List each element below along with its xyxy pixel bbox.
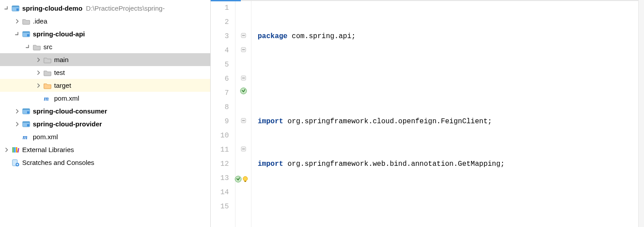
line-number[interactable]: 5 <box>211 58 229 72</box>
tree-item[interactable]: spring-cloud-api <box>0 27 210 40</box>
tree-item[interactable]: mpom.xml <box>0 92 210 105</box>
tree-item[interactable]: mpom.xml <box>0 130 210 143</box>
gutter-icon-cell <box>236 86 251 100</box>
module-icon <box>22 30 30 38</box>
chevron-right-icon[interactable] <box>35 70 42 76</box>
code-line[interactable]: import org.springframework.web.bind.anno… <box>258 157 644 171</box>
svg-point-32 <box>243 176 247 181</box>
folder-icon <box>43 56 51 64</box>
fold-toggle-icon[interactable] <box>241 43 246 58</box>
tree-item-label: .idea <box>33 15 47 27</box>
gutter-icon-cell <box>236 72 251 86</box>
tree-item[interactable]: test <box>0 66 210 79</box>
code-line[interactable]: import org.springframework.cloud.openfei… <box>258 114 644 129</box>
no-expand-icon <box>35 95 42 102</box>
gutter-icon-cell <box>236 43 251 58</box>
code-text[interactable]: package com.spring.api; import org.sprin… <box>251 1 644 227</box>
chevron-right-icon[interactable] <box>35 57 42 63</box>
import-path: org.springframework.cloud.openfeign.Feig… <box>287 117 492 125</box>
svg-rect-12 <box>27 124 29 126</box>
gutter-icon-strip[interactable] <box>236 1 251 227</box>
tree-item-label: pom.xml <box>33 130 58 143</box>
code-editor: 123456789101112131415 package com.spring… <box>211 0 644 227</box>
fold-toggle-icon[interactable] <box>241 72 246 86</box>
maven-icon: m <box>43 94 51 102</box>
tree-item[interactable]: External Libraries <box>0 143 210 156</box>
tree-item-label: test <box>54 66 65 79</box>
tree-item[interactable]: spring-cloud-demoD:\PracticeProjects\spr… <box>0 2 210 15</box>
tree-item[interactable]: target <box>0 79 210 92</box>
line-number[interactable]: 2 <box>211 15 229 29</box>
line-number[interactable]: 8 <box>211 100 229 114</box>
line-number[interactable]: 15 <box>211 200 229 214</box>
chevron-right-icon[interactable] <box>35 82 42 89</box>
svg-rect-8 <box>23 109 30 110</box>
svg-rect-5 <box>27 34 29 36</box>
gutter-icon-cell <box>236 114 251 129</box>
tree-item[interactable]: main <box>0 53 210 66</box>
chevron-down-icon[interactable] <box>14 31 20 37</box>
gutter-icon-cell <box>236 29 251 43</box>
line-number[interactable]: 3 <box>211 29 229 43</box>
editor-scrollbar[interactable] <box>638 0 644 227</box>
gutter-icon-cell <box>236 15 251 29</box>
chevron-down-icon[interactable] <box>4 5 10 12</box>
chevron-right-icon[interactable] <box>14 18 20 24</box>
fold-toggle-icon[interactable] <box>241 29 246 43</box>
gutter-icon-cell <box>236 200 251 214</box>
line-number[interactable]: 1 <box>211 1 229 15</box>
module-icon <box>22 107 30 115</box>
line-number[interactable]: 14 <box>211 185 229 200</box>
line-number[interactable]: 11 <box>211 143 229 157</box>
tree-item[interactable]: spring-cloud-consumer <box>0 105 210 117</box>
line-number[interactable]: 4 <box>211 43 229 58</box>
maven-icon: m <box>22 133 30 141</box>
line-number[interactable]: 7 <box>211 86 229 100</box>
implemented-icon[interactable] <box>240 86 247 100</box>
gutter-icon-cell <box>236 157 251 171</box>
keyword: import <box>258 160 287 168</box>
svg-rect-17 <box>17 148 19 152</box>
gutter-icon-cell <box>236 1 251 15</box>
tree-item-label: main <box>54 53 69 66</box>
import-path: org.springframework.web.bind.annotation.… <box>287 160 505 168</box>
line-number-gutter[interactable]: 123456789101112131415 <box>211 1 236 227</box>
svg-text:m: m <box>44 95 49 102</box>
svg-rect-1 <box>12 6 19 7</box>
chevron-right-icon[interactable] <box>4 147 10 153</box>
tree-item[interactable]: spring-cloud-provider <box>0 117 210 130</box>
code-line[interactable] <box>258 72 644 86</box>
chevron-right-icon[interactable] <box>14 108 20 114</box>
tree-item-label: target <box>54 79 71 92</box>
tree-item-label: spring-cloud-api <box>33 27 85 40</box>
tree-item-label: pom.xml <box>54 92 79 105</box>
line-number[interactable]: 6 <box>211 72 229 86</box>
chevron-down-icon[interactable] <box>25 44 31 50</box>
code-line[interactable]: package com.spring.api; <box>258 29 644 43</box>
svg-rect-15 <box>14 147 16 153</box>
tree-item-label: Scratches and Consoles <box>22 156 94 169</box>
tree-item[interactable]: .idea <box>0 15 210 27</box>
tree-item[interactable]: src <box>0 40 210 53</box>
gutter-icon-cell <box>236 171 251 185</box>
package-path: com.spring.api; <box>292 32 356 40</box>
fold-toggle-icon[interactable] <box>241 114 246 129</box>
folder-icon <box>33 43 41 51</box>
fold-toggle-icon[interactable] <box>241 143 246 157</box>
folder-o-icon <box>43 82 51 90</box>
no-expand-icon <box>4 160 10 166</box>
svg-rect-33 <box>244 181 246 182</box>
folder-icon <box>22 17 30 25</box>
svg-rect-16 <box>16 147 17 153</box>
line-number[interactable]: 12 <box>211 157 229 171</box>
intention-bulb-icon[interactable] <box>241 174 249 188</box>
tree-item[interactable]: Scratches and Consoles <box>0 156 210 169</box>
line-number[interactable]: 13 <box>211 171 229 185</box>
chevron-right-icon[interactable] <box>14 121 20 127</box>
line-number[interactable]: 9 <box>211 114 229 129</box>
libs-icon <box>12 146 20 154</box>
line-number[interactable]: 10 <box>211 129 229 143</box>
project-tree[interactable]: spring-cloud-demoD:\PracticeProjects\spr… <box>0 0 211 227</box>
module-icon <box>22 120 30 128</box>
code-line[interactable] <box>258 200 644 214</box>
